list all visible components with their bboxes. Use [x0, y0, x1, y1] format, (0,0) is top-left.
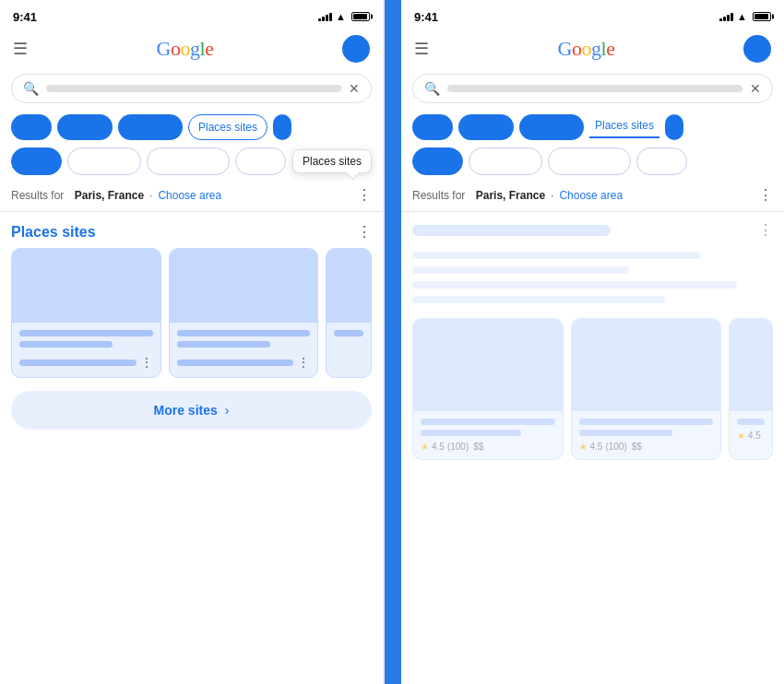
left-results-dot: · [149, 189, 152, 202]
left-close-icon[interactable]: ✕ [349, 81, 360, 96]
left-chip2-2[interactable] [67, 147, 141, 175]
left-filter-chips-row1: Places sites [0, 109, 383, 146]
right-card-3-body: ★ 4.5 [730, 411, 772, 448]
left-card-1-line-2 [19, 341, 113, 348]
left-place-card-2 [169, 248, 319, 378]
right-search-input[interactable] [447, 85, 742, 92]
left-places-title: Places sites [11, 224, 357, 241]
right-card-1-line-2 [421, 430, 521, 436]
left-status-icons: ▲ [318, 11, 370, 22]
left-card-2-image [170, 249, 318, 323]
left-search-icon: 🔍 [23, 81, 39, 96]
right-close-icon[interactable]: ✕ [750, 81, 761, 96]
right-results-more-icon[interactable] [758, 186, 773, 204]
right-google-logo: Google [438, 37, 734, 61]
right-chip2-2[interactable] [469, 147, 542, 175]
left-card-2-dots[interactable] [293, 355, 310, 370]
left-chip2-3[interactable] [147, 147, 230, 175]
right-star-icon-2: ★ [579, 442, 588, 452]
right-list-line-1 [412, 252, 701, 259]
left-chip-1[interactable] [11, 114, 52, 140]
left-google-logo: Google [37, 37, 333, 61]
panel-divider [385, 0, 401, 684]
right-list-line-4 [412, 296, 665, 303]
left-card-1-body [12, 323, 160, 377]
right-place-card-1: ★ 4.5 (100) $$ [412, 318, 564, 460]
right-chip2-3[interactable] [548, 147, 631, 175]
left-card-1-dots[interactable] [137, 355, 153, 370]
right-card-1-image [413, 319, 563, 411]
left-card-2-body [170, 323, 318, 377]
left-place-card-3 [326, 248, 372, 378]
right-chip2-4[interactable] [636, 147, 687, 175]
left-more-sites-text: More sites [154, 403, 218, 418]
right-chip-1[interactable] [412, 114, 453, 140]
left-more-sites-button[interactable]: More sites › [11, 391, 372, 430]
right-price-2: $$ [632, 442, 642, 452]
right-rating-count-1: (100) [447, 442, 469, 452]
right-card-1-stars: ★ 4.5 (100) $$ [421, 442, 555, 452]
left-status-bar: 9:41 ▲ [0, 0, 383, 29]
left-card-1-bottom [19, 355, 153, 370]
left-results-more-icon[interactable] [357, 186, 372, 204]
left-results-location: Paris, France [75, 189, 144, 202]
left-places-sites-callout: Places sites [292, 149, 372, 173]
right-status-bar: 9:41 ▲ [401, 0, 784, 29]
right-hamburger-icon[interactable]: ☰ [414, 41, 429, 57]
right-results-line: Results for Paris, France · Choose area [401, 183, 784, 212]
right-results-dot: · [551, 189, 553, 202]
right-place-card-2: ★ 4.5 (100) $$ [571, 318, 722, 460]
right-filter-chips-row2 [401, 146, 784, 183]
left-chip2-1[interactable] [11, 147, 62, 175]
left-places-more-icon[interactable] [357, 223, 372, 241]
right-chip2-1[interactable] [412, 147, 463, 175]
left-hamburger-icon[interactable]: ☰ [13, 41, 28, 57]
right-rating-count-2: (100) [605, 442, 626, 452]
right-card-2-image [572, 319, 721, 411]
right-card-3-stars: ★ 4.5 [737, 430, 765, 441]
right-filter-chips-row1: Places sites [401, 109, 784, 146]
right-card-1-line-1 [421, 419, 555, 425]
left-avatar[interactable] [342, 35, 370, 63]
left-callout-label: Places sites [303, 155, 362, 168]
left-choose-area[interactable]: Choose area [158, 189, 221, 202]
right-section-more-icon[interactable] [758, 221, 773, 239]
right-chip-3[interactable] [519, 114, 584, 140]
left-search-bar[interactable]: 🔍 ✕ [11, 74, 372, 103]
right-battery-icon [753, 12, 771, 21]
left-card-2-bottom-line [177, 360, 294, 366]
left-results-text: Results for [11, 189, 64, 202]
right-star-icon-1: ★ [421, 442, 429, 452]
left-search-input[interactable] [46, 85, 341, 92]
right-faded-header [401, 212, 784, 318]
left-card-1-line-1 [19, 330, 153, 336]
left-places-sites-chip[interactable]: Places sites [188, 114, 267, 140]
right-places-sites-chip[interactable]: Places sites [589, 114, 659, 138]
right-app-header: ☰ Google [401, 29, 784, 68]
right-results-text: Results for [412, 189, 465, 202]
right-card-1-body: ★ 4.5 (100) $$ [413, 411, 563, 459]
right-card-2-body: ★ 4.5 (100) $$ [572, 411, 721, 459]
left-card-1-bottom-line [19, 360, 137, 366]
right-card-2-line-1 [579, 419, 714, 425]
left-chip-2[interactable] [57, 114, 113, 140]
right-card-2-stars: ★ 4.5 (100) $$ [579, 442, 714, 452]
left-chip-5[interactable] [273, 114, 291, 140]
right-avatar[interactable] [743, 35, 771, 63]
left-phone-panel: 9:41 ▲ ☰ Google 🔍 ✕ [0, 0, 383, 684]
left-card-3-image [327, 249, 371, 323]
right-rating-3: 4.5 [748, 430, 761, 441]
right-choose-area[interactable]: Choose area [559, 189, 623, 202]
left-chip-3[interactable] [118, 114, 183, 140]
left-chip2-4[interactable] [235, 147, 286, 175]
right-chip-2[interactable] [458, 114, 514, 140]
right-time: 9:41 [414, 10, 438, 24]
left-results-line: Results for Paris, France · Choose area [0, 183, 383, 212]
right-wifi-icon: ▲ [737, 11, 747, 22]
right-search-bar[interactable]: 🔍 ✕ [412, 74, 773, 103]
right-chip-5[interactable] [665, 114, 683, 140]
left-card-3-body [327, 323, 371, 348]
right-card-3-line-1 [737, 419, 765, 425]
right-price-1: $$ [473, 442, 483, 452]
right-card-2-line-2 [579, 430, 673, 436]
